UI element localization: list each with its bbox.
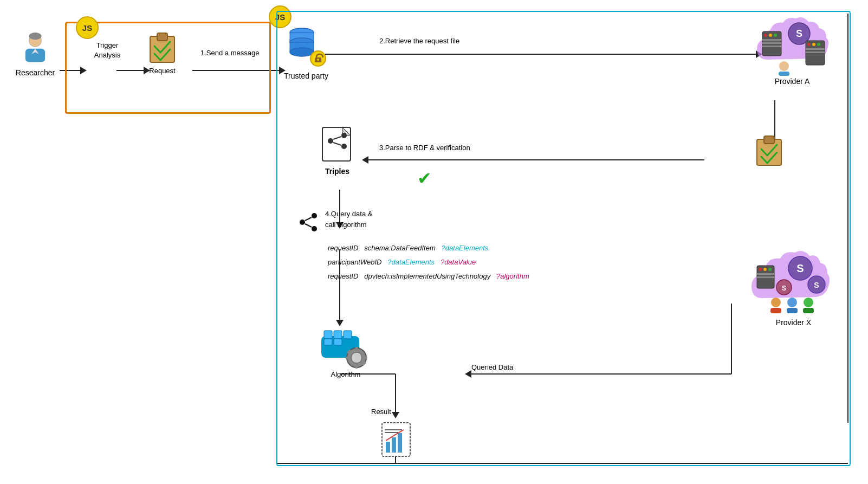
svg-point-76 — [312, 226, 317, 231]
svg-point-70 — [341, 133, 347, 138]
triples-box: Triples — [320, 125, 355, 176]
svg-text:S: S — [782, 285, 786, 292]
svg-rect-89 — [346, 357, 350, 359]
step2-label: 2.Retrieve the request file — [379, 37, 459, 45]
svg-rect-95 — [392, 437, 396, 453]
svg-line-78 — [305, 224, 312, 227]
researcher-label: Researcher — [16, 68, 55, 77]
svg-rect-48 — [762, 39, 781, 41]
provider-a-clipboard — [754, 133, 784, 168]
svg-rect-110 — [757, 276, 774, 278]
svg-rect-57 — [806, 48, 825, 50]
svg-point-111 — [771, 298, 781, 307]
svg-point-47 — [774, 34, 777, 37]
query-line3: requestID dpvtech:isImplementedUsingTech… — [328, 269, 529, 283]
query-block: requestID schema:DataFeedItem ?dataEleme… — [328, 241, 529, 283]
svg-rect-88 — [355, 364, 358, 369]
step3-label: 3.Parse to RDF & verification — [379, 144, 470, 152]
share-icon — [297, 211, 319, 233]
query-l2-pink: ?dataValue — [441, 258, 476, 266]
svg-point-74 — [300, 220, 305, 225]
svg-point-75 — [312, 213, 317, 218]
trigger-analysis: TriggerAnalysis — [80, 41, 134, 60]
svg-point-27 — [29, 33, 41, 40]
algorithm-box: Algorithm — [313, 325, 378, 378]
provider-a-label: Provider A — [775, 77, 810, 86]
svg-point-46 — [769, 34, 772, 37]
svg-point-107 — [763, 268, 767, 271]
provider-x-cloud-icon: S S S — [749, 238, 838, 317]
svg-rect-62 — [764, 136, 774, 144]
queried-data-label: Queried Data — [471, 363, 513, 371]
provider-x-box: S S S Provider X — [746, 238, 841, 327]
svg-text:S: S — [796, 262, 804, 274]
svg-rect-94 — [386, 442, 390, 453]
svg-rect-90 — [363, 357, 367, 359]
query-l1-blue: ?dataElements — [442, 244, 489, 252]
result-label: Result — [371, 408, 391, 416]
svg-rect-80 — [324, 331, 332, 339]
triples-label: Triples — [325, 167, 349, 176]
triples-document-icon — [320, 125, 355, 165]
query-l1-p1: requestID — [328, 244, 362, 252]
algorithm-docker-icon — [319, 325, 373, 369]
svg-point-69 — [328, 138, 333, 144]
query-l3-p2: dpvtech:isImplementedUsingTechnology — [364, 272, 494, 280]
svg-point-115 — [804, 298, 813, 307]
trigger-label: TriggerAnalysis — [94, 41, 120, 60]
svg-point-113 — [787, 298, 797, 307]
request-box: Request — [147, 30, 177, 75]
svg-point-45 — [764, 34, 767, 37]
researcher-section: Researcher — [11, 33, 60, 77]
svg-point-108 — [768, 268, 772, 271]
svg-rect-81 — [334, 331, 342, 339]
query-line2: participantWebID ?dataElements ?dataValu… — [328, 255, 529, 269]
svg-rect-114 — [787, 308, 798, 313]
share-icon-box — [297, 211, 319, 235]
algorithm-label: Algorithm — [331, 370, 361, 378]
svg-rect-82 — [344, 331, 352, 339]
query-l2-blue: ?dataElements — [387, 258, 438, 266]
provider-a-box: S Provider A — [749, 11, 835, 86]
query-l3-pink: ?algorithm — [496, 272, 529, 280]
provider-a-cloud-icon: S — [752, 11, 833, 76]
request-label: Request — [149, 67, 175, 75]
svg-point-106 — [759, 268, 762, 271]
svg-point-55 — [812, 43, 815, 46]
svg-rect-112 — [770, 308, 781, 313]
svg-rect-84 — [334, 339, 342, 345]
svg-line-77 — [305, 217, 312, 221]
provider-x-label: Provider X — [776, 318, 811, 327]
svg-text:S: S — [814, 281, 819, 289]
step1-label: 1.Send a message — [200, 49, 259, 57]
js-badge-researcher: JS — [76, 16, 99, 39]
svg-rect-109 — [757, 273, 774, 275]
query-line1: requestID schema:DataFeedItem ?dataEleme… — [328, 241, 529, 255]
svg-rect-83 — [324, 339, 332, 345]
researcher-icon — [21, 33, 49, 66]
result-document-icon — [379, 420, 414, 461]
query-l1-p2: schema:DataFeedItem — [364, 244, 439, 252]
query-l2-p1: participantWebID — [328, 258, 386, 266]
svg-point-56 — [817, 43, 820, 46]
svg-rect-49 — [762, 42, 781, 44]
request-clipboard-icon — [147, 30, 177, 65]
svg-point-54 — [807, 43, 811, 46]
svg-rect-50 — [762, 46, 781, 47]
diagram-container: Researcher JS TriggerAnalysis Request 1.… — [0, 0, 868, 484]
svg-rect-60 — [779, 72, 789, 76]
query-l3-p1: requestID — [328, 272, 362, 280]
provider-a-clipboard-icon — [754, 133, 784, 168]
result-box — [379, 420, 414, 461]
svg-rect-87 — [355, 347, 358, 351]
svg-rect-96 — [398, 433, 402, 453]
svg-text:S: S — [796, 28, 802, 39]
svg-rect-58 — [806, 51, 825, 53]
check-mark: ✔ — [417, 168, 432, 189]
svg-point-71 — [341, 144, 347, 149]
svg-rect-116 — [803, 308, 814, 313]
svg-point-86 — [351, 352, 362, 363]
svg-point-59 — [779, 61, 789, 71]
step4-label: 4.Query data &call algorithm — [325, 209, 372, 230]
svg-rect-31 — [157, 33, 167, 41]
